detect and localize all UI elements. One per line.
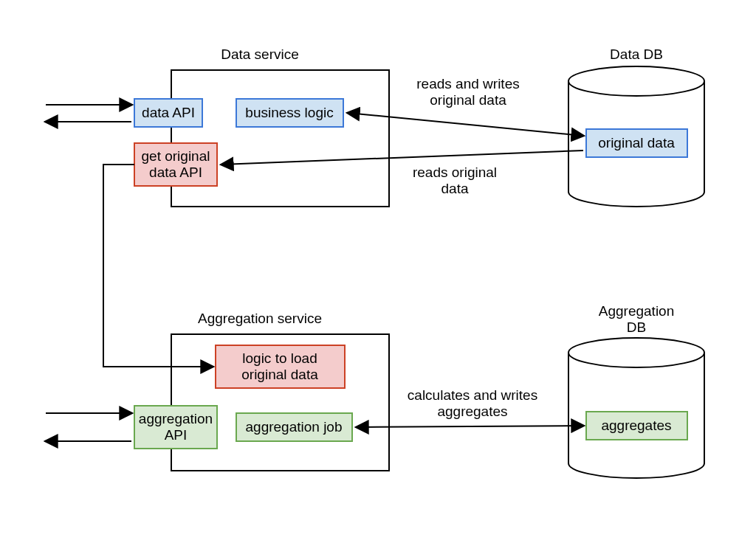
reads-original-label-line1: reads original: [413, 165, 497, 180]
get-original-data-api-label-line2: data API: [149, 165, 202, 180]
aggregation-db-title-line2: DB: [627, 319, 646, 335]
reads-writes-label-line1: reads and writes: [416, 76, 519, 91]
aggregation-db-cylinder: [568, 338, 704, 478]
reads-original-label-line2: data: [441, 181, 469, 196]
data-service-title: Data service: [221, 46, 299, 62]
reads-writes-label-line2: original data: [430, 92, 506, 108]
aggregation-job-label: aggregation job: [246, 419, 343, 435]
arrow-get-api-to-logic-load: [103, 165, 213, 367]
logic-to-load-label-line2: original data: [241, 367, 318, 382]
arrow-business-logic-to-original-data: [348, 113, 583, 136]
original-data-label: original data: [598, 135, 675, 151]
business-logic-label: business logic: [245, 105, 333, 120]
data-db-title: Data DB: [610, 46, 663, 62]
calc-writes-label-line2: aggregates: [437, 404, 507, 419]
arrow-aggregation-job-to-aggregates: [357, 426, 583, 427]
aggregation-db-title-line1: Aggregation: [599, 303, 674, 319]
aggregation-api-label-line1: aggregation: [139, 411, 213, 426]
architecture-diagram: Data service data API business logic get…: [0, 0, 756, 543]
aggregation-api-label-line2: API: [165, 427, 188, 443]
data-api-label: data API: [142, 105, 195, 120]
logic-to-load-label-line1: logic to load: [242, 350, 317, 366]
aggregation-service-title: Aggregation service: [198, 311, 322, 326]
arrow-original-data-to-get-api: [221, 151, 583, 165]
get-original-data-api-label-line1: get original: [142, 148, 210, 164]
aggregates-label: aggregates: [601, 418, 671, 433]
calc-writes-label-line1: calculates and writes: [408, 387, 537, 403]
